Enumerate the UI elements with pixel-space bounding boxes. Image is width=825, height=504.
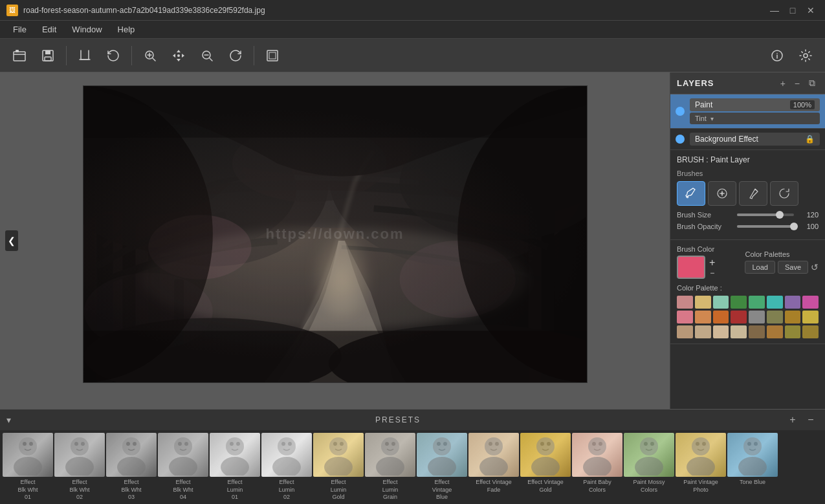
palette-color-0[interactable] xyxy=(677,296,693,309)
crop-button[interactable] xyxy=(72,43,98,69)
svg-rect-0 xyxy=(14,52,25,61)
preset-paint-mossy-colors[interactable]: Paint Mossy Colors xyxy=(624,433,674,501)
svg-point-45 xyxy=(23,442,27,446)
eraser-tool[interactable] xyxy=(708,181,736,206)
brush-size-slider[interactable] xyxy=(737,214,794,216)
remove-preset-button[interactable]: − xyxy=(803,412,819,428)
color-subtract-button[interactable]: − xyxy=(710,268,714,278)
svg-point-70 xyxy=(340,442,344,446)
preset-effect-vintage-blue[interactable]: Effect Vintage Blue xyxy=(417,433,467,501)
preset-effect-lumin-grain[interactable]: Effect Lumin Grain xyxy=(365,433,415,501)
color-top-row: Brush Color + − Color Palettes Load xyxy=(677,245,819,279)
undo-button[interactable] xyxy=(100,43,126,69)
brush-opacity-label: Brush Opacity xyxy=(677,223,732,230)
preset-paint-baby-colors[interactable]: Paint Baby Colors xyxy=(572,433,622,501)
collapse-layer-button[interactable]: − xyxy=(791,76,803,90)
menu-file[interactable]: File xyxy=(5,22,34,37)
preset-effect-blk-wht-01[interactable]: Effect Blk Wht 01 xyxy=(3,433,53,501)
layer-visibility-dot[interactable] xyxy=(676,107,685,116)
preset-effect-blk-wht-04[interactable]: Effect Blk Wht 04 xyxy=(158,433,208,501)
stack-layer-button[interactable]: ⧉ xyxy=(806,76,819,90)
palette-color-18[interactable] xyxy=(713,325,729,338)
minimize-button[interactable]: — xyxy=(767,3,782,18)
paint-brush-tool[interactable] xyxy=(677,181,705,206)
presets-buttons: + − xyxy=(785,412,819,428)
layer-paint[interactable]: Paint 100% Tint ▾ xyxy=(670,94,825,129)
add-layer-button[interactable]: + xyxy=(777,76,789,90)
pan-button[interactable] xyxy=(166,43,192,69)
menu-edit[interactable]: Edit xyxy=(34,22,64,37)
palette-color-6[interactable] xyxy=(785,296,801,309)
zoom-out-button[interactable] xyxy=(194,43,220,69)
color-add-button[interactable]: + xyxy=(709,257,715,268)
info-button[interactable] xyxy=(764,43,790,69)
palette-color-17[interactable] xyxy=(695,325,711,338)
palette-color-19[interactable] xyxy=(731,325,747,338)
presets-collapse-button[interactable]: ▾ xyxy=(6,415,11,425)
palette-color-12[interactable] xyxy=(749,311,765,323)
palette-color-14[interactable] xyxy=(785,311,801,323)
palette-color-13[interactable] xyxy=(767,311,783,323)
brush-color-swatch[interactable] xyxy=(677,256,705,279)
eyedropper-tool[interactable] xyxy=(739,181,767,206)
layers-header: LAYERS + − ⧉ xyxy=(670,72,825,94)
palette-color-5[interactable] xyxy=(767,296,783,309)
palette-color-16[interactable] xyxy=(677,325,693,338)
content-area: ❮ xyxy=(0,72,825,409)
svg-point-40 xyxy=(687,196,689,199)
preset-effect-lumin-02[interactable]: Effect Lumin 02 xyxy=(261,433,312,501)
preset-effect-blk-wht-02[interactable]: Effect Blk Wht 02 xyxy=(54,433,105,501)
svg-point-78 xyxy=(443,442,447,446)
close-button[interactable]: ✕ xyxy=(803,3,819,18)
palette-color-3[interactable] xyxy=(731,296,747,309)
preset-effect-blk-wht-03[interactable]: Effect Blk Wht 03 xyxy=(106,433,157,501)
palette-color-2[interactable] xyxy=(713,296,729,309)
canvas-nav-button[interactable]: ❮ xyxy=(5,230,18,251)
save-button[interactable] xyxy=(35,43,61,69)
menu-window[interactable]: Window xyxy=(64,22,109,37)
palette-color-20[interactable] xyxy=(749,325,765,338)
preset-effect-lumin-gold[interactable]: Effect Lumin Gold xyxy=(313,433,364,501)
save-palette-button[interactable]: Save xyxy=(778,261,808,274)
palette-color-22[interactable] xyxy=(785,325,801,338)
open-image-button[interactable] xyxy=(6,43,32,69)
preset-tone-blue[interactable]: Tone Blue xyxy=(727,433,778,501)
palette-color-10[interactable] xyxy=(713,311,729,323)
preset-label-8: Effect Vintage Blue xyxy=(417,479,467,501)
palette-color-1[interactable] xyxy=(695,296,711,309)
reset-brush-tool[interactable] xyxy=(770,181,798,206)
preset-effect-vintage-fade[interactable]: Effect Vintage Fade xyxy=(468,433,519,501)
layer-bg-dot[interactable] xyxy=(676,135,685,144)
add-preset-button[interactable]: + xyxy=(785,412,800,428)
refresh-palette-button[interactable]: ↺ xyxy=(811,262,819,272)
palette-color-11[interactable] xyxy=(731,311,747,323)
redo-button[interactable] xyxy=(223,43,248,69)
preset-label-1: Effect Blk Wht 02 xyxy=(54,479,105,501)
svg-point-12 xyxy=(804,54,808,58)
maximize-button[interactable]: □ xyxy=(785,3,800,18)
lock-icon: 🔒 xyxy=(805,135,815,144)
zoom-in-button[interactable] xyxy=(137,43,163,69)
palette-color-9[interactable] xyxy=(695,311,711,323)
menu-help[interactable]: Help xyxy=(110,22,143,37)
palette-color-15[interactable] xyxy=(802,311,819,323)
palette-color-23[interactable] xyxy=(802,325,819,338)
brush-size-thumb[interactable] xyxy=(776,211,784,219)
preset-effect-vintage-gold[interactable]: Effect Vintage Gold xyxy=(520,433,571,501)
svg-point-82 xyxy=(495,442,499,446)
canvas-button[interactable] xyxy=(259,43,285,69)
palette-color-8[interactable] xyxy=(677,311,693,323)
svg-point-81 xyxy=(489,442,492,446)
load-palette-button[interactable]: Load xyxy=(745,261,775,274)
preset-paint-vintage-photo[interactable]: Paint Vintage Photo xyxy=(676,433,726,501)
palette-color-21[interactable] xyxy=(767,325,783,338)
settings-button[interactable] xyxy=(793,43,819,69)
palette-color-7[interactable] xyxy=(802,296,819,309)
brush-opacity-thumb[interactable] xyxy=(790,223,798,230)
layer-background[interactable]: Background Effect 🔒 xyxy=(670,129,825,150)
svg-point-77 xyxy=(437,442,441,446)
preset-effect-lumin-01[interactable]: Effect Lumin 01 xyxy=(210,433,260,501)
palette-color-4[interactable] xyxy=(749,296,765,309)
brush-opacity-slider[interactable] xyxy=(737,225,794,228)
svg-point-66 xyxy=(288,442,292,446)
